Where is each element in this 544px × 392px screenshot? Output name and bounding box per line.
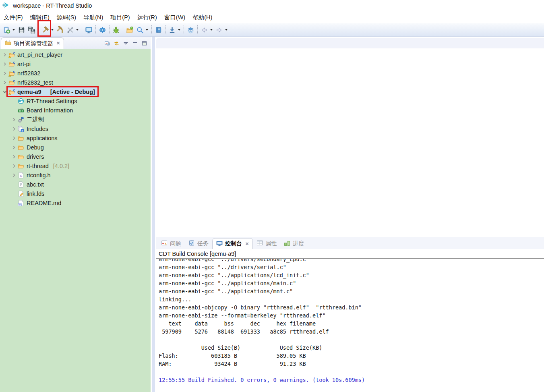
- tree-item-art-pi[interactable]: Cart-pi: [0, 59, 151, 68]
- tree-item-nrf52832_test[interactable]: Cnrf52832_test: [0, 78, 151, 87]
- tree-item-content[interactable]: abc.txt: [17, 180, 46, 189]
- build-button[interactable]: [40, 25, 50, 35]
- tree-item-label: art-pi: [17, 61, 31, 67]
- chevron-right-icon[interactable]: [2, 52, 8, 58]
- new-wizard-dropdown-caret-icon[interactable]: [12, 29, 15, 31]
- tab-问题[interactable]: 问题: [157, 238, 185, 249]
- settings-gear-button[interactable]: [97, 25, 108, 35]
- editor-area[interactable]: [156, 48, 544, 237]
- tree-item-content[interactable]: hIncludes: [17, 124, 51, 133]
- open-run-button[interactable]: [125, 25, 135, 35]
- tree-item-content[interactable]: wREADME.md: [17, 199, 64, 207]
- tab-进度[interactable]: 进度: [280, 238, 308, 249]
- tree-item-content[interactable]: Debug: [17, 143, 46, 151]
- back-dropdown-caret-icon[interactable]: [210, 29, 213, 31]
- tree-item-link-lds[interactable]: link.lds: [0, 189, 151, 198]
- menu-item-6[interactable]: 运行(R): [134, 12, 161, 23]
- tree-item-content[interactable]: Cnrf52832_test: [8, 78, 56, 87]
- layers-button[interactable]: [186, 25, 196, 35]
- menu-item-7[interactable]: 窗口(W): [161, 12, 189, 23]
- forward-dropdown-caret-icon[interactable]: [225, 29, 228, 31]
- collapse-all-button[interactable]: [104, 40, 110, 46]
- debug-button[interactable]: [111, 25, 121, 35]
- tree-item-content[interactable]: rt-thread[4.0.2]: [17, 162, 72, 170]
- chevron-right-icon[interactable]: [2, 61, 8, 67]
- tree-item-content[interactable]: Board Information: [17, 106, 75, 114]
- menu-item-8[interactable]: 帮助(H): [189, 12, 216, 23]
- maximize-button[interactable]: [141, 40, 147, 46]
- tree-item-abc-txt[interactable]: abc.txt: [0, 180, 151, 189]
- save-button[interactable]: [17, 25, 27, 35]
- tab-project-explorer[interactable]: 项目资源管理器 ✕: [1, 37, 64, 49]
- console-tabstrip: 问题任务控制台✕属性进度: [156, 237, 544, 249]
- chevron-right-icon[interactable]: [11, 154, 17, 160]
- chevron-right-icon[interactable]: [11, 135, 17, 141]
- console-tab-label: 属性: [265, 240, 277, 247]
- tree-item-content[interactable]: 二进制: [17, 115, 47, 124]
- tree-item-content[interactable]: .hrtconfig.h: [17, 171, 53, 179]
- tree-item-content[interactable]: applications: [17, 134, 60, 142]
- tree-item-Board-Information[interactable]: Board Information: [0, 106, 151, 115]
- build-config-dropdown-caret-icon[interactable]: [76, 29, 79, 31]
- chevron-right-icon[interactable]: [2, 71, 8, 76]
- chevron-right-icon[interactable]: [11, 126, 17, 132]
- tree-item-art_pi_net_player[interactable]: Cart_pi_net_player: [0, 50, 151, 59]
- tree-item-Includes[interactable]: hIncludes: [0, 124, 151, 133]
- build-project-button[interactable]: [55, 25, 65, 35]
- tree-item-Debug[interactable]: Debug: [0, 143, 151, 152]
- panel-sash[interactable]: [151, 37, 156, 392]
- help-book-icon: [155, 26, 162, 34]
- tree-item-drivers[interactable]: drivers: [0, 152, 151, 161]
- build-dropdown-caret-icon[interactable]: [51, 29, 54, 31]
- tab-控制台[interactable]: 控制台✕: [212, 238, 253, 249]
- tree-item-content[interactable]: Cart-pi: [8, 60, 33, 68]
- forward-button[interactable]: [214, 25, 224, 35]
- help-book-button[interactable]: [153, 25, 163, 35]
- chevron-right-icon[interactable]: [11, 145, 17, 150]
- search-button[interactable]: [135, 25, 145, 35]
- save-icon: [18, 26, 25, 34]
- menu-item-4[interactable]: 导航(N): [80, 12, 107, 23]
- menu-item-5[interactable]: 项目(P): [107, 12, 133, 23]
- link-editor-button[interactable]: [114, 40, 120, 46]
- build-config-button[interactable]: [65, 25, 75, 35]
- tree-item-RT-Thread-Settings[interactable]: RTRT-Thread Settings: [0, 96, 151, 106]
- tree-item-content[interactable]: Cqemu-a9[Active - Debug]: [8, 87, 97, 96]
- menu-item-3[interactable]: 源码(S): [53, 12, 80, 23]
- tree-item-rtconfig-h[interactable]: .hrtconfig.h: [0, 170, 151, 180]
- minimize-button[interactable]: [132, 40, 138, 46]
- view-menu-button[interactable]: [123, 40, 129, 46]
- tree-item-content[interactable]: Cart_pi_net_player: [8, 50, 65, 59]
- download-dropdown-caret-icon[interactable]: [178, 29, 180, 31]
- menu-item-2[interactable]: 编辑(E): [27, 12, 53, 23]
- tree-item-applications[interactable]: applications: [0, 133, 151, 143]
- download-button[interactable]: [167, 25, 177, 35]
- chevron-right-icon[interactable]: [11, 172, 17, 178]
- tree-item-label: Debug: [27, 144, 44, 151]
- tree-item-label: rt-thread: [27, 163, 49, 169]
- tree-item-content[interactable]: RTRT-Thread Settings: [17, 97, 79, 105]
- search-dropdown-caret-icon[interactable]: [146, 29, 148, 31]
- tree-item-nrf52832[interactable]: Cnrf52832: [0, 68, 151, 78]
- save-all-button[interactable]: [27, 25, 37, 35]
- close-icon[interactable]: ✕: [244, 241, 249, 247]
- tree-item-qemu-a9[interactable]: Cqemu-a9[Active - Debug]: [0, 87, 151, 96]
- tree-item-content[interactable]: drivers: [17, 152, 47, 161]
- close-icon[interactable]: ✕: [56, 41, 60, 46]
- menu-item-1[interactable]: 文件(F): [0, 12, 27, 23]
- tab-任务[interactable]: 任务: [185, 238, 212, 249]
- monitor-button[interactable]: [84, 25, 94, 35]
- tab-属性[interactable]: 属性: [253, 238, 280, 249]
- tree-item-content[interactable]: Cnrf52832: [8, 69, 43, 77]
- tree-item-README-md[interactable]: wREADME.md: [0, 198, 151, 207]
- tree-item-rt-thread[interactable]: rt-thread[4.0.2]: [0, 161, 151, 170]
- new-wizard-button[interactable]: [2, 25, 12, 35]
- lds-file-icon: [18, 191, 24, 197]
- chevron-down-icon[interactable]: [2, 89, 8, 95]
- tree-item-content[interactable]: link.lds: [17, 189, 47, 198]
- tree-item--[interactable]: 二进制: [0, 115, 151, 124]
- chevron-right-icon[interactable]: [2, 80, 8, 85]
- back-button[interactable]: [199, 25, 209, 35]
- chevron-right-icon[interactable]: [11, 117, 17, 122]
- chevron-right-icon[interactable]: [11, 163, 17, 169]
